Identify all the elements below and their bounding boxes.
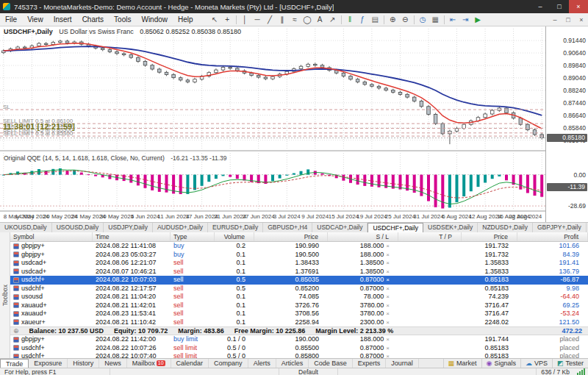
order-row[interactable]: usdchf+2024.08.22 10:07:26sell limit0.5 … (10, 344, 588, 353)
column-header-profit[interactable]: Profit (517, 232, 588, 241)
toolbox-tab-code-base[interactable]: Code Base (309, 359, 353, 368)
column-header-time[interactable]: Time (93, 232, 171, 241)
trade-row[interactable]: usdchf+2024.08.22 12:17:57sell0.50.85200… (10, 285, 588, 293)
trade-row[interactable]: xauaud+2024.08.21 11:42:01sell0.13726.76… (10, 301, 588, 310)
chart-tab-nzdusd+[interactable]: NZDUSD+,Daily (478, 223, 533, 232)
trade-row[interactable]: xaueur+2024.08.21 11:10:42sell0.12258.94… (10, 318, 588, 327)
menu-item-file[interactable]: File (0, 13, 22, 26)
trade-row[interactable]: gbpjpy+2024.08.22 11:41:08buy0.2190.9901… (10, 242, 588, 251)
menu-item-view[interactable]: View (22, 13, 49, 26)
chart-tab-usdjpy[interactable]: USDJPY,Daily (104, 223, 153, 232)
toolbox-tab-exposure[interactable]: Exposure (29, 359, 68, 368)
trade-row[interactable]: usousd2024.08.21 11:04:20sell0.174.08578… (10, 293, 588, 301)
vertical-line-icon[interactable]: │ (239, 14, 251, 26)
ellipse-icon[interactable]: ◯ (301, 14, 314, 26)
sl-close-icon[interactable]: × (386, 336, 390, 343)
chart-tab-audusd+[interactable]: AUDUSD+,Daily (153, 223, 208, 232)
trendline-icon[interactable]: ╱ (264, 14, 276, 26)
toolbox-tab-company[interactable]: Company (209, 359, 248, 368)
status-profile[interactable]: Default (279, 368, 338, 375)
column-header-sl[interactable]: S / L (328, 232, 398, 241)
column-header-tp[interactable]: T / P (398, 232, 462, 241)
chart-tab-usdcad+[interactable]: USDCAD+,Daily (312, 223, 368, 232)
menu-item-window[interactable]: Window (136, 13, 173, 26)
cursor-icon[interactable]: ↖ (209, 14, 221, 26)
sl-close-icon[interactable]: × (386, 302, 390, 309)
corner-button-tester[interactable]: ◩Tester (552, 359, 588, 368)
column-header-type[interactable]: Type (171, 232, 215, 241)
child-close-button[interactable]: × (575, 14, 588, 26)
chart-tab-usousd[interactable]: USOUSD,Daily (52, 223, 104, 232)
sl-close-icon[interactable]: × (386, 268, 390, 275)
one-click-trading-icon[interactable]: ▶ (472, 14, 484, 26)
child-restore-button[interactable]: □ (562, 14, 575, 26)
auto-scroll-icon[interactable]: ⇥ (459, 14, 472, 26)
corner-button-vps[interactable]: ☁VPS (520, 359, 552, 368)
sl-close-icon[interactable]: × (386, 260, 390, 266)
text-label-icon[interactable]: A (314, 14, 326, 26)
trade-row[interactable]: usdcad+2024.08.06 12:21:07sell0.11.38433… (10, 259, 588, 268)
chart-tab-gbpjpy+[interactable]: GBPJPY+,Daily (533, 223, 587, 232)
toolbox-tab-calendar[interactable]: Calendar (171, 359, 209, 368)
chart-tab-usdchf+[interactable]: USDCHF+,Daily (368, 223, 423, 232)
child-minimize-button[interactable]: – (548, 14, 562, 26)
toolbox-tab-alerts[interactable]: Alerts (248, 359, 276, 368)
order-row[interactable]: usdchf+2024.08.22 10:07:40sell limit0.5 … (10, 352, 588, 358)
connection-bars-icon[interactable] (577, 368, 585, 375)
toolbox-side-tab[interactable]: Toolbox (0, 232, 10, 358)
sl-close-icon[interactable]: × (386, 310, 390, 317)
menu-item-charts[interactable]: Charts (77, 13, 109, 26)
column-header-price[interactable]: Price (254, 232, 328, 241)
close-button[interactable]: × (569, 0, 588, 13)
chart-shift-icon[interactable]: ⇤ (447, 14, 459, 26)
toolbox-tab-articles[interactable]: Articles (276, 359, 309, 368)
candlestick-chart-icon[interactable]: ‖ (344, 14, 356, 26)
chart-canvas[interactable]: 8 May 202414 May 202420 May 202424 May 2… (0, 26, 545, 222)
sl-close-icon[interactable]: × (386, 276, 390, 283)
trade-table-header[interactable]: SymbolTimeTypeVolumePriceS / LT / PPrice… (10, 232, 588, 242)
chart-tab-usdsek+[interactable]: USDSEK+,Daily (423, 223, 478, 232)
toolbox-tab-trade[interactable]: Trade (0, 359, 29, 368)
toolbox-tab-history[interactable]: History (68, 359, 99, 368)
menu-item-help[interactable]: Help (173, 13, 198, 26)
arrow-tool-icon[interactable]: ↗ (326, 14, 339, 26)
chart-tab-gbpusd+[interactable]: GBPUSD+,H4 (263, 223, 312, 232)
column-header-symbol[interactable]: Symbol (10, 232, 93, 241)
chart-tab-ukousd[interactable]: UKOUSD,Daily (0, 223, 52, 232)
indicators-icon[interactable]: ƒ (356, 14, 369, 26)
toolbox-tab-journal[interactable]: Journal (386, 359, 419, 368)
column-header-price[interactable]: Price (462, 232, 517, 241)
equidistant-channel-icon[interactable]: ∥ (276, 14, 289, 26)
corner-button-market[interactable]: ▦Market (443, 359, 481, 368)
sl-close-icon[interactable]: × (386, 293, 390, 300)
sl-close-icon[interactable]: × (386, 319, 390, 326)
trade-row[interactable]: usdchf+2024.08.22 10:07:03sell0.50.85035… (10, 276, 588, 285)
zoom-out-icon[interactable]: ⊖ (399, 14, 412, 26)
sl-close-icon[interactable]: × (386, 243, 390, 249)
toolbox-tab-news[interactable]: News (99, 359, 127, 368)
sl-close-icon[interactable]: × (386, 285, 390, 292)
zoom-in-icon[interactable]: ⊕ (387, 14, 399, 26)
horizontal-line-icon[interactable]: ─ (251, 14, 264, 26)
toolbox-tab-experts[interactable]: Experts (353, 359, 387, 368)
corner-button-signals[interactable]: ◉Signals (481, 359, 520, 368)
objects-list-icon[interactable]: ▤ (369, 14, 381, 26)
menu-item-tools[interactable]: Tools (109, 13, 136, 26)
chart-tab-eurusd+[interactable]: EURUSD+,Daily (208, 223, 263, 232)
timeframes-icon[interactable]: ◷ (417, 14, 429, 26)
balance-expand-icon[interactable]: ⊕ (13, 327, 19, 335)
grid-icon[interactable]: ▦ (429, 14, 442, 26)
maximize-button[interactable]: □ (550, 0, 569, 13)
order-row[interactable]: gbpjpy+2024.08.22 11:42:00buy limit0.1 /… (10, 335, 588, 344)
fibonacci-icon[interactable]: ≈ (289, 14, 301, 26)
column-header-volume[interactable]: Volume (215, 232, 254, 241)
sl-close-icon[interactable]: × (386, 345, 390, 351)
trade-row[interactable]: gbpjpy+2024.08.23 05:03:27buy0.1190.5001… (10, 251, 588, 260)
sl-close-icon[interactable]: × (386, 251, 390, 258)
sl-close-icon[interactable]: × (386, 353, 390, 358)
crosshair-icon[interactable]: + (221, 14, 234, 26)
trade-row[interactable]: xauaud+2024.08.23 11:53:41sell0.13708.56… (10, 310, 588, 318)
toolbox-tab-mailbox[interactable]: Mailbox10 (127, 359, 171, 368)
minimize-button[interactable]: – (531, 0, 550, 13)
menu-item-insert[interactable]: Insert (49, 13, 77, 26)
